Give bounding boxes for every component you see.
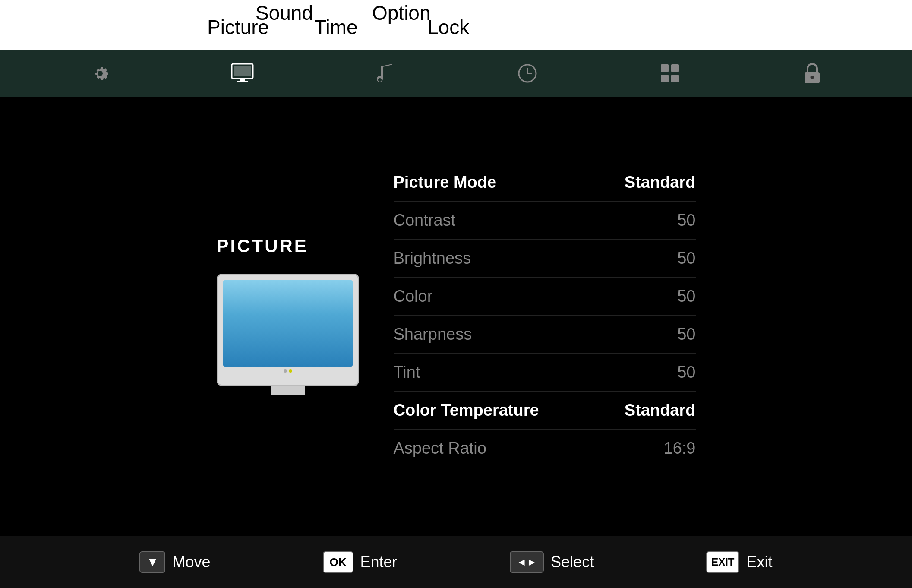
setting-name-4: Sharpness (394, 325, 472, 344)
setting-row-4[interactable]: Sharpness50 (394, 316, 696, 354)
setting-value-3: 50 (618, 287, 696, 306)
setting-name-7: Aspect Ratio (394, 439, 486, 458)
setting-name-5: Tint (394, 363, 420, 382)
select-label: Select (551, 553, 594, 571)
svg-point-12 (811, 76, 814, 79)
setting-value-5: 50 (618, 363, 696, 382)
setting-value-2: 50 (618, 249, 696, 268)
top-labels-bar: Picture Sound Time Option Lock (0, 0, 912, 50)
setting-value-6: Standard (618, 401, 696, 420)
action-exit: EXIT Exit (706, 551, 772, 573)
monitor-illustration (217, 274, 359, 395)
setting-row-5[interactable]: Tint50 (394, 354, 696, 392)
nav-label-time[interactable]: Time (314, 16, 358, 39)
setting-row-6[interactable]: Color TemperatureStandard (394, 392, 696, 430)
setting-row-1[interactable]: Contrast50 (394, 202, 696, 240)
svg-rect-8 (671, 64, 679, 72)
svg-rect-7 (661, 64, 669, 72)
svg-rect-9 (661, 75, 669, 82)
svg-rect-2 (240, 79, 245, 81)
enter-label: Enter (360, 553, 398, 571)
svg-rect-10 (671, 75, 679, 82)
nav-icon-lock[interactable] (797, 58, 827, 89)
ok-button-icon[interactable]: OK (323, 551, 353, 573)
svg-rect-1 (234, 66, 251, 76)
move-label: Move (172, 553, 210, 571)
nav-bar (0, 50, 912, 97)
left-section: PICTURE (217, 236, 359, 395)
move-button-icon[interactable]: ▼ (139, 551, 165, 573)
nav-label-lock[interactable]: Lock (427, 16, 469, 39)
action-select: ◄► Select (510, 551, 594, 573)
setting-name-1: Contrast (394, 211, 456, 230)
nav-icon-settings[interactable] (85, 58, 115, 89)
exit-label: Exit (746, 553, 772, 571)
setting-row-2[interactable]: Brightness50 (394, 240, 696, 278)
bottom-bar: ▼ Move OK Enter ◄► Select EXIT Exit (0, 536, 912, 588)
setting-value-0: Standard (618, 173, 696, 192)
setting-name-6: Color Temperature (394, 401, 539, 420)
settings-list: Picture ModeStandardContrast50Brightness… (394, 164, 696, 467)
nav-icon-time[interactable] (512, 58, 543, 89)
picture-panel: PICTURE Picture ModeStandardContrast50Br… (217, 164, 696, 467)
select-button-icon[interactable]: ◄► (510, 551, 544, 573)
nav-label-option[interactable]: Option (372, 1, 431, 25)
action-move: ▼ Move (139, 551, 210, 573)
action-enter: OK Enter (323, 551, 398, 573)
setting-value-7: 16:9 (618, 439, 696, 458)
setting-row-0[interactable]: Picture ModeStandard (394, 164, 696, 202)
nav-icon-option[interactable] (655, 58, 685, 89)
setting-value-1: 50 (618, 211, 696, 230)
setting-name-2: Brightness (394, 249, 471, 268)
setting-name-3: Color (394, 287, 433, 306)
setting-value-4: 50 (618, 325, 696, 344)
picture-section-label: PICTURE (217, 236, 308, 256)
setting-name-0: Picture Mode (394, 173, 497, 192)
nav-icon-sound[interactable] (370, 58, 400, 89)
exit-button-icon[interactable]: EXIT (706, 551, 739, 573)
svg-rect-3 (237, 81, 248, 82)
nav-label-sound[interactable]: Sound (256, 1, 313, 25)
main-content: PICTURE Picture ModeStandardContrast50Br… (0, 97, 912, 533)
nav-icon-picture[interactable] (227, 58, 258, 89)
setting-row-7[interactable]: Aspect Ratio16:9 (394, 430, 696, 467)
setting-row-3[interactable]: Color50 (394, 278, 696, 316)
